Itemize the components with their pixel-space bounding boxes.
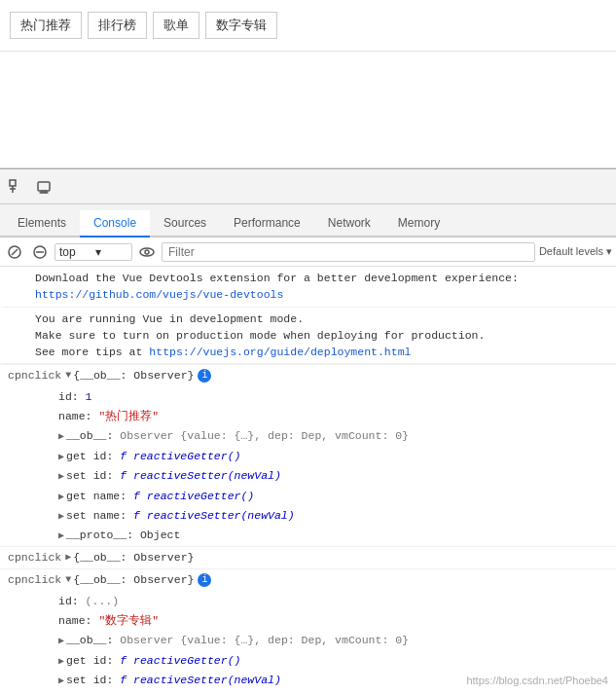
nav-btn-playlist[interactable]: 歌单 (153, 12, 199, 39)
prop-id-3: id: (...) (0, 592, 616, 611)
log-block-3-header: cpnclick {__ob__: Observer} i (0, 569, 616, 591)
nav-btn-rank[interactable]: 排行榜 (88, 12, 147, 39)
tab-sources[interactable]: Sources (150, 210, 220, 237)
info-icon-3[interactable]: i (198, 573, 211, 587)
observer-text-3: {__ob__: Observer} (73, 571, 194, 589)
context-selector[interactable]: top ▾ (54, 243, 132, 261)
tab-elements[interactable]: Elements (4, 210, 80, 237)
inspect-icon[interactable] (4, 174, 29, 200)
log-block-1-header: cpnclick {__ob__: Observer} i (0, 365, 616, 386)
deployment-link[interactable]: https://vuejs.org/guide/deployment.html (149, 346, 411, 358)
devtools-msg-text: Download the Vue Devtools extension for … (35, 272, 519, 301)
log-block-1: cpnclick {__ob__: Observer} i id: 1 name… (0, 364, 616, 546)
app-area: 热门推荐 排行榜 歌单 数字专辑 (0, 0, 616, 52)
tab-memory[interactable]: Memory (384, 210, 453, 237)
console-toolbar: top ▾ Default levels ▾ (0, 237, 616, 267)
svg-rect-3 (38, 182, 50, 191)
cpnclick-label-3: cpnclick (8, 571, 61, 589)
prop-name-3: name: "数字专辑" (0, 611, 616, 631)
cpnclick-label-2: cpnclick (8, 549, 61, 566)
nav-btn-hot[interactable]: 热门推荐 (10, 12, 82, 39)
context-arrow-icon: ▾ (95, 245, 127, 259)
prop-id-1: id: 1 (0, 387, 616, 407)
devtools-tabs: Elements Console Sources Performance Net… (0, 204, 616, 237)
devmode-msg-text: You are running Vue in development mode.… (35, 312, 485, 359)
prop-get-id-1[interactable]: get id: f reactiveGetter() (0, 447, 616, 466)
expand-icon-2[interactable] (65, 550, 71, 566)
filter-input[interactable] (162, 242, 535, 262)
nav-buttons: 热门推荐 排行榜 歌单 数字专辑 (10, 12, 606, 39)
observer-text-1: {__ob__: Observer} (73, 367, 194, 384)
prop-ob-1[interactable]: __ob__: Observer {value: {…}, dep: Dep, … (0, 426, 616, 446)
prop-set-name-1[interactable]: set name: f reactiveSetter(newVal) (0, 506, 616, 526)
info-icon-1[interactable]: i (198, 369, 211, 383)
cpnclick-label-1: cpnclick (8, 367, 61, 384)
default-levels-dropdown[interactable]: Default levels ▾ (539, 245, 612, 258)
devtools-link[interactable]: https://github.com/vuejs/vue-devtools (35, 288, 283, 301)
devtools-panel: Elements Console Sources Performance Net… (0, 168, 616, 694)
watermark: https://blog.csdn.net/Phoebe4 (466, 675, 608, 686)
device-icon[interactable] (31, 174, 56, 200)
svg-rect-0 (10, 180, 16, 186)
prop-get-id-3[interactable]: get id: f reactiveGetter() (0, 651, 616, 671)
expand-icon-3[interactable] (65, 572, 71, 588)
svg-point-11 (145, 250, 149, 254)
console-message-devtools: Download the Vue Devtools extension for … (0, 267, 616, 308)
tab-performance[interactable]: Performance (220, 210, 314, 237)
svg-line-7 (12, 249, 18, 255)
prop-set-id-1[interactable]: set id: f reactiveSetter(newVal) (0, 466, 616, 486)
prop-get-name-1[interactable]: get name: f reactiveGetter() (0, 487, 616, 506)
block-errors-icon[interactable] (29, 241, 51, 263)
prop-name-1: name: "热门推荐" (0, 407, 616, 426)
tab-network[interactable]: Network (314, 210, 384, 237)
page-content-area (0, 52, 616, 168)
prop-proto-1[interactable]: __proto__: Object (0, 526, 616, 545)
prop-ob-3[interactable]: __ob__: Observer {value: {…}, dep: Dep, … (0, 631, 616, 650)
log-block-2: cpnclick {__ob__: Observer} (0, 546, 616, 568)
nav-btn-album[interactable]: 数字专辑 (205, 12, 277, 39)
log-block-2-header: cpnclick {__ob__: Observer} (0, 547, 616, 568)
console-output: Download the Vue Devtools extension for … (0, 267, 616, 694)
expand-icon-1[interactable] (65, 368, 71, 384)
clear-console-icon[interactable] (4, 241, 25, 263)
observer-text-2: {__ob__: Observer} (73, 549, 194, 566)
tab-console[interactable]: Console (80, 210, 150, 237)
devtools-toolbar (0, 169, 616, 204)
svg-point-10 (140, 248, 154, 256)
context-value: top (59, 245, 91, 259)
log-block-3: cpnclick {__ob__: Observer} i id: (...) … (0, 568, 616, 690)
console-message-devmode: You are running Vue in development mode.… (0, 308, 616, 365)
eye-icon[interactable] (136, 241, 158, 263)
